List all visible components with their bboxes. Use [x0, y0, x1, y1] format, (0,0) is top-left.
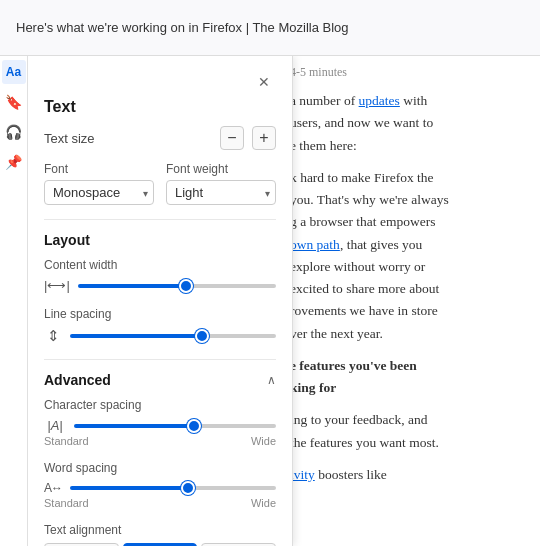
- word-spacing-wide-label: Wide: [251, 497, 276, 509]
- icon-bar: Aa 🔖 🎧 📌: [0, 56, 28, 546]
- font-select-wrapper: Serif Sans-serif Monospace ▾: [44, 180, 154, 205]
- line-spacing-row: Line spacing ⇕: [44, 307, 276, 345]
- advanced-title: Advanced: [44, 372, 111, 388]
- font-select[interactable]: Serif Sans-serif Monospace: [44, 180, 154, 205]
- bookmark-icon[interactable]: 🔖: [2, 90, 26, 114]
- text-alignment-label: Text alignment: [44, 523, 276, 537]
- text-section-title: Text: [44, 98, 276, 116]
- article-meta: 4-5 minutes: [290, 63, 524, 82]
- word-spacing-slider-container: A↔: [44, 481, 276, 495]
- word-spacing-standard-label: Standard: [44, 497, 89, 509]
- browser-chrome: Here's what we're working on in Firefox …: [0, 0, 540, 56]
- article-paragraph: ivity boosters like: [290, 464, 524, 486]
- character-spacing-standard-label: Standard: [44, 435, 89, 447]
- line-spacing-label: Line spacing: [44, 307, 276, 321]
- reader-panel: ✕ Text Text size − + Font Serif Sans-ser…: [28, 56, 293, 546]
- font-row: Font Serif Sans-serif Monospace ▾ Font w…: [44, 162, 276, 205]
- article-link[interactable]: updates: [359, 93, 400, 108]
- layout-section-title: Layout: [44, 232, 276, 248]
- font-weight-label: Font weight: [166, 162, 276, 176]
- article-paragraph: a number of updates with users, and now …: [290, 90, 524, 157]
- word-spacing-row: Word spacing A↔ Standard Wide: [44, 461, 276, 509]
- advanced-section: Advanced ∧ Character spacing |A| Standar…: [44, 372, 276, 546]
- character-spacing-wide-label: Wide: [251, 435, 276, 447]
- article-paragraph: ing to your feedback, and the features y…: [290, 409, 524, 454]
- headphones-icon[interactable]: 🎧: [2, 120, 26, 144]
- line-spacing-slider-container: ⇕: [44, 327, 276, 345]
- character-spacing-slider[interactable]: [74, 424, 276, 428]
- font-col: Font Serif Sans-serif Monospace ▾: [44, 162, 154, 205]
- font-weight-select-wrapper: Thin Light Regular Bold ▾: [166, 180, 276, 205]
- line-spacing-slider[interactable]: [70, 334, 276, 338]
- character-spacing-sublabels: Standard Wide: [44, 435, 276, 447]
- line-spacing-icon: ⇕: [44, 327, 62, 345]
- text-section: Text Text size − + Font Serif Sans-serif…: [44, 98, 276, 205]
- article-paragraph: k hard to make Firefox the you. That's w…: [290, 167, 524, 345]
- font-label: Font: [44, 162, 154, 176]
- size-controls: − +: [220, 126, 276, 150]
- character-spacing-label: Character spacing: [44, 398, 276, 412]
- content-width-slider-container: |⟷|: [44, 278, 276, 293]
- content-width-label: Content width: [44, 258, 276, 272]
- article-link[interactable]: ivity: [290, 467, 315, 482]
- increase-text-size-button[interactable]: +: [252, 126, 276, 150]
- text-size-row: Text size − +: [44, 126, 276, 150]
- text-size-label: Text size: [44, 131, 95, 146]
- content-width-row: Content width |⟷|: [44, 258, 276, 293]
- chevron-up-icon: ∧: [267, 373, 276, 387]
- font-weight-select[interactable]: Thin Light Regular Bold: [166, 180, 276, 205]
- word-spacing-icon: A↔: [44, 481, 62, 495]
- word-spacing-label: Word spacing: [44, 461, 276, 475]
- advanced-section-header[interactable]: Advanced ∧: [44, 372, 276, 388]
- layout-section: Layout Content width |⟷| Line spacing ⇕: [44, 232, 276, 345]
- font-weight-col: Font weight Thin Light Regular Bold ▾: [166, 162, 276, 205]
- content-width-slider[interactable]: [78, 284, 276, 288]
- content-width-narrow-icon: |⟷|: [44, 278, 70, 293]
- character-spacing-row: Character spacing |A| Standard Wide: [44, 398, 276, 447]
- decrease-text-size-button[interactable]: −: [220, 126, 244, 150]
- browser-title: Here's what we're working on in Firefox …: [16, 20, 349, 35]
- word-spacing-sublabels: Standard Wide: [44, 497, 276, 509]
- character-spacing-icon: |A|: [44, 418, 66, 433]
- aa-toolbar-button[interactable]: Aa: [2, 60, 26, 84]
- article-body: a number of updates with users, and now …: [290, 90, 524, 486]
- article-bold-paragraph: e features you've beenking for: [290, 355, 524, 400]
- section-divider-2: [44, 359, 276, 360]
- close-button[interactable]: ✕: [252, 70, 276, 94]
- article-link[interactable]: own path: [290, 237, 340, 252]
- section-divider: [44, 219, 276, 220]
- text-alignment-row: Text alignment: [44, 523, 276, 546]
- character-spacing-slider-container: |A|: [44, 418, 276, 433]
- word-spacing-slider[interactable]: [70, 486, 276, 490]
- pin-icon[interactable]: 📌: [2, 150, 26, 174]
